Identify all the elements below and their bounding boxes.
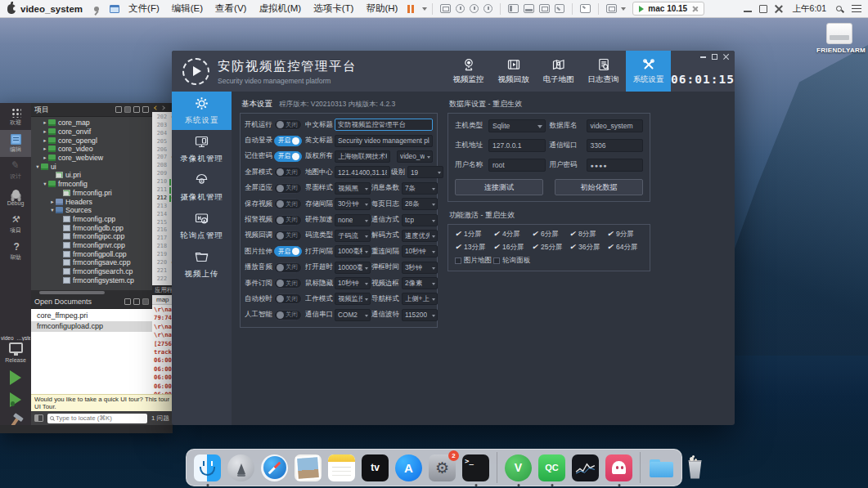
close-icon[interactable] (691, 6, 698, 12)
setting-field-2[interactable]: video_whl (397, 150, 433, 163)
feature-checkbox[interactable]: 轮询面板 (493, 256, 530, 266)
dock-system-preferences[interactable]: 2⚙ (427, 453, 457, 483)
tree-item[interactable]: ▸ core_video (31, 145, 152, 154)
tree-item[interactable]: ▾ ui (31, 162, 152, 171)
feature-checkbox[interactable]: 6分屏 (532, 230, 568, 240)
notification-link[interactable]: UI Tour. (34, 403, 169, 410)
tree-item[interactable]: ▸ core_opengl (31, 136, 152, 145)
editor-line-number[interactable]: 217 (152, 235, 173, 243)
editor-line-number[interactable]: 210 (152, 178, 173, 186)
layout-left-icon[interactable] (508, 4, 519, 13)
setting-field[interactable]: 视频黑 (335, 182, 371, 195)
expand-arrow-icon[interactable]: ▸ (42, 128, 48, 135)
editor-line-number[interactable]: 212 (152, 195, 173, 203)
dock-safari[interactable] (259, 453, 290, 483)
setting-field[interactable]: 上海物联网技术研究中心 (335, 150, 390, 163)
tree-item[interactable]: frmconfigsave.cpp (31, 258, 152, 267)
layout-detach-icon[interactable] (555, 4, 564, 13)
feature-checkbox[interactable]: 64分屏 (607, 243, 643, 253)
editor-line-number[interactable]: 208 (152, 162, 173, 170)
toggle-switch[interactable]: 关闭 (274, 167, 302, 177)
menu-item[interactable]: 编辑(E) (172, 2, 203, 15)
expand-arrow-icon[interactable]: ▾ (34, 163, 41, 170)
toggle-switch[interactable]: 关闭 (274, 231, 302, 241)
locator[interactable] (47, 414, 147, 423)
menu-list-icon[interactable] (852, 5, 861, 12)
setting-field[interactable]: 121.41400,31.18280 (335, 166, 390, 178)
feature-checkbox[interactable]: 36分屏 (569, 243, 605, 253)
ui-tour-notification[interactable]: Would you like to take a quick UI tour? … (31, 394, 173, 411)
snapshot-icon[interactable] (456, 4, 465, 13)
vm-pause-button[interactable] (407, 5, 427, 13)
close-panel-icon[interactable] (142, 106, 149, 113)
editor-line-number[interactable]: 205 (152, 138, 173, 146)
setting-field[interactable]: 30分钟 (335, 198, 371, 210)
vm-tab[interactable]: mac 10.15 (632, 2, 704, 16)
chevron-down-icon[interactable] (621, 7, 626, 13)
sidebar-item-nvr-management[interactable]: 录像机管理 (172, 130, 232, 168)
application-output[interactable]: \r\na=ice 79:74:04: \r\na=rtc \r\na=ssr … (152, 305, 173, 394)
fullscreen-icon[interactable] (606, 4, 617, 13)
dock-notes[interactable] (326, 453, 357, 483)
setting-field-2[interactable]: 7条 (402, 182, 438, 195)
nav-video-playback[interactable]: 视频回放 (491, 51, 536, 92)
split-icon[interactable] (133, 106, 140, 113)
setting-field[interactable]: none (335, 214, 371, 226)
editor-line-number[interactable]: 213 (152, 203, 173, 211)
tree-item[interactable]: ▾ frmconfig (31, 180, 152, 189)
feature-checkbox[interactable]: 8分屏 (569, 230, 605, 240)
editor-line-number[interactable]: 202 (152, 114, 173, 122)
setting-field-2[interactable]: tcp (402, 214, 438, 226)
maximize-icon[interactable] (712, 54, 717, 60)
dock-ghost-app[interactable] (604, 453, 634, 483)
editor-line-number[interactable]: 219 (152, 251, 173, 259)
tree-item[interactable]: frmconfigsearch.cp (31, 267, 152, 276)
db-field[interactable]: ●●●● (587, 159, 644, 172)
toggle-switch[interactable]: 关闭 (274, 278, 302, 289)
close-window-icon[interactable] (775, 5, 783, 13)
editor-line-number[interactable]: 218 (152, 243, 173, 251)
feature-checkbox[interactable]: 13分屏 (455, 243, 492, 253)
setting-field[interactable]: 10秒钟 (335, 277, 371, 289)
dock-trash[interactable] (680, 453, 710, 483)
setting-field-2[interactable]: 10秒钟 (402, 245, 438, 257)
setting-field-2[interactable]: 2像素 (402, 277, 438, 289)
dock-downloads-folder[interactable] (646, 453, 677, 483)
toggle-switch[interactable]: 开启 (274, 246, 302, 257)
sort-icon[interactable] (124, 298, 131, 305)
nav-electronic-map[interactable]: 电子地图 (536, 51, 581, 92)
expand-arrow-icon[interactable]: ▸ (42, 137, 48, 144)
tree-item[interactable]: frmconfigpoll.cpp (31, 249, 152, 258)
output-tab[interactable]: map (152, 295, 173, 305)
toggle-switch[interactable]: 关闭 (274, 293, 302, 304)
expand-arrow-icon[interactable]: ▸ (42, 146, 48, 152)
setting-field[interactable]: 视频监控 (335, 293, 371, 305)
layout-bottom-icon[interactable] (524, 4, 534, 13)
nav-video-monitor[interactable]: 视频监控 (446, 51, 491, 92)
dock-v-app[interactable]: V (503, 453, 533, 483)
connection-test-button[interactable]: 连接测试 (455, 179, 543, 195)
setting-field-2[interactable]: 上侧+上侧 (402, 293, 438, 305)
menu-item[interactable]: 虚拟机(M) (259, 2, 301, 15)
desktop-volume[interactable]: FRIENDLYARM (816, 23, 862, 54)
pin-icon[interactable] (94, 7, 99, 11)
editor-line-number[interactable]: 211 (152, 186, 173, 195)
mode-help[interactable]: 帮助 (0, 238, 31, 265)
feature-checkbox[interactable]: 图片地图 (455, 256, 492, 266)
open-document-item[interactable]: frmconfigupload.cpp (31, 321, 152, 332)
dock-appstore[interactable]: A (394, 453, 424, 483)
nav-system-settings[interactable]: 系统设置 (626, 51, 671, 92)
close-icon[interactable] (723, 54, 729, 60)
db-field[interactable]: 3306 (587, 139, 644, 152)
mode-design[interactable]: 设计 (0, 157, 31, 184)
setting-field[interactable]: 10000毫秒 (335, 262, 371, 274)
mode-debug[interactable]: Debug (0, 184, 31, 211)
tree-item[interactable]: ▸ core_onvif (31, 128, 152, 137)
tree-item[interactable]: ▸ core_map (31, 119, 152, 128)
setting-field[interactable]: 安防视频监控管理平台 (335, 119, 433, 131)
dock-mail[interactable] (293, 453, 323, 483)
editor-line-number[interactable]: 206 (152, 146, 173, 154)
setting-field-2[interactable]: 3秒钟 (402, 262, 438, 274)
dock-tv[interactable]: tv (360, 453, 390, 483)
issues-count[interactable]: 1 问题 (151, 414, 169, 423)
